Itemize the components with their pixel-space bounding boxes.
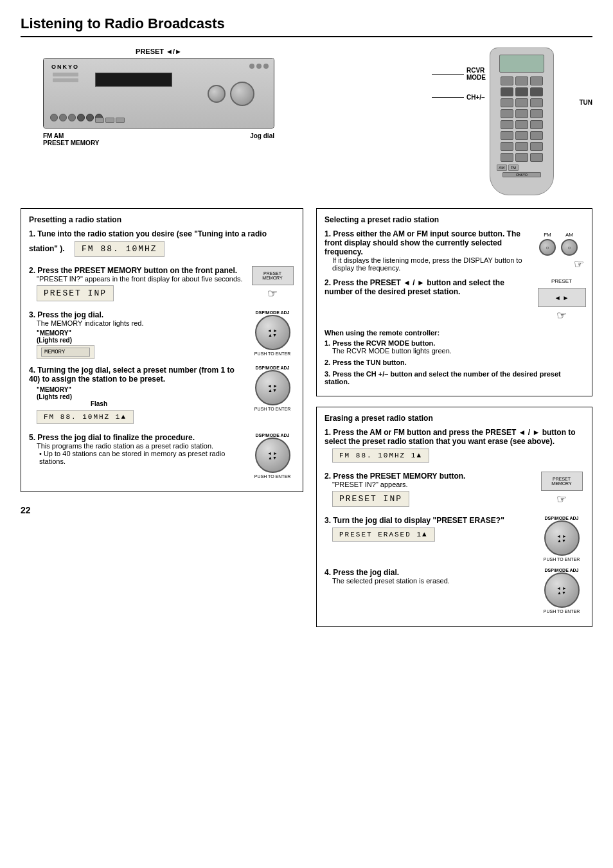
remote-step-2: 2. Press the TUN button. [324,359,584,366]
dsp-label-4: DSP/MODE ADJ [255,366,289,370]
push-label-5: PUSH TO ENTER [254,474,291,479]
step-4-memory-label1: "MEMORY" [37,386,245,393]
step-3-text: Press the jog dial. [37,310,103,319]
page-number: 22 [21,505,303,515]
page-title: Listening to Radio Broadcasts [21,15,592,37]
jog-dial-e3: ◄ ►▲▼ [544,520,580,556]
step-4-text: Turning the jog dial, select a preset nu… [29,366,235,384]
when-remote-label: When using the remote controller: [324,329,584,337]
step-4-img: DSP/MODE ADJ ◄ ►▲▼ PUSH TO ENTER [250,366,295,411]
remote-screen [499,55,544,73]
step-5-img: DSP/MODE ADJ ◄ ►▲▼ PUSH TO ENTER [250,433,295,479]
fm-am-label: FM AM [43,132,64,139]
presetting-title: Presetting a radio station [29,215,295,224]
hand-icon-sel1: ☞ [539,257,584,271]
sel-step-2: 2. Press the PRESET ◄ / ► button and sel… [324,278,584,323]
step-3-desc: The MEMORY indicator lights red. [37,319,245,327]
left-column: Presetting a radio station 1. Tune into … [21,208,303,637]
step-2-img: PRESETMEMORY ☞ [250,266,295,301]
erasing-section: Erasing a preset radio station 1. Press … [316,407,592,627]
jog-dial-4: ◄ ►▲▼ [255,370,290,405]
step-3-img: DSP/MODE ADJ ◄ ►▲▼ PUSH TO ENTER [250,310,295,356]
erase-step-3-display: PRESET ERASED 1▲ [332,527,435,542]
remote-diagram: RCVR MODE CH+/– [451,48,592,195]
receiver-image: ONKYO [43,58,274,128]
rcvr-mode-label: RCVR MODE [466,67,486,81]
erase-step-3-text: Turn the jog dial to display "PRESET ERA… [333,516,504,525]
remote-step-1: 1. Press the RCVR MODE button. The RCVR … [324,339,584,355]
step-5-text: Press the jog dial to finalize the proce… [37,433,195,442]
step-5: 5. Press the jog dial to finalize the pr… [29,433,295,479]
dsp-label-e3: DSP/MODE ADJ [544,516,578,520]
push-label-4: PUSH TO ENTER [254,407,291,411]
top-diagram-section: PRESET ◄/► ONKYO [21,48,592,195]
tun-label: TUN [579,99,592,106]
presetting-section: Presetting a radio station 1. Tune into … [21,208,303,492]
step-3-memory-label1: "MEMORY" [37,330,245,337]
erase-step-3-img: DSP/MODE ADJ ◄ ►▲▼ PUSH TO ENTER [539,516,584,562]
push-label-e4: PUSH TO ENTER [544,609,580,614]
step-1: 1. Tune into the radio station you desir… [29,229,295,260]
selecting-title: Selecting a preset radio station [324,215,584,224]
dsp-label-5: DSP/MODE ADJ [255,433,289,438]
step-1-display: FM 88. 10MHZ [75,241,164,257]
remote-body: AM FM ONKYO [490,48,554,195]
sel-step-1-img: FM ○ AM ○ ☞ [539,229,584,271]
brand-label: ONKYO [51,64,79,70]
receiver-display [95,73,172,87]
erase-step-1-display: FM 88. 10MHZ 1▲ [332,448,429,463]
selecting-section: Selecting a preset radio station 1. Pres… [316,208,592,396]
step-3: 3. Press the jog dial. The MEMORY indica… [29,310,295,359]
step-2-display: PRESET INP [37,285,114,301]
step-5-desc: This programs the radio station as a pre… [37,442,245,450]
remote-buttons [501,76,543,162]
sel-step-2-text: Press the PRESET ◄ / ► button and select… [324,278,504,296]
preset-mem-img: PRESETMEMORY [252,266,294,285]
step-2-desc: "PRESET IN?" appears in the front displa… [37,275,245,283]
step-4: 4. Turning the jog dial, select a preset… [29,366,295,427]
jog-dial-label: Jog dial [250,132,274,146]
jog-dial-knob [230,82,254,106]
erase-step-2-text: Press the PRESET MEMORY button. [333,472,465,481]
erase-step-1: 1. Press the AM or FM button and press t… [324,428,584,465]
push-label-e3: PUSH TO ENTER [544,557,580,562]
erase-step-2: 2. Press the PRESET MEMORY button. "PRES… [324,472,584,509]
preset-memory-label: PRESET MEMORY [43,139,99,146]
jog-dial-5: ◄ ►▲▼ [255,438,290,473]
step-1-num: 1. [29,229,35,238]
erase-step-3: 3. Turn the jog dial to display "PRESET … [324,516,584,562]
right-column: Selecting a preset radio station 1. Pres… [316,208,592,637]
erase-step-2-img: PRESETMEMORY ☞ [539,472,584,506]
preset-label: PRESET ◄/► [136,48,182,55]
remote-step-3: 3. Press the CH +/– button and select th… [324,370,584,385]
erase-step-2-desc: "PRESET IN?" appears. [332,481,534,488]
sel-step-1-desc: If it displays the listening mode, press… [332,256,534,272]
erasing-title: Erasing a preset radio station [324,414,584,423]
dsp-label-3: DSP/MODE ADJ [255,310,289,315]
remote-labels: RCVR MODE CH+/– [432,67,486,114]
erase-step-4-img: DSP/MODE ADJ ◄ ►▲▼ PUSH TO ENTER [539,568,584,614]
jog-dial-3: ◄ ►▲▼ [255,315,290,350]
erase-step-4-desc: The selected preset station is erased. [332,577,534,585]
push-label-3: PUSH TO ENTER [254,351,291,356]
ch-label: CH+/– [466,94,485,101]
am-button: ○ [561,239,578,256]
hand-icon-sel2: ☞ [556,308,567,323]
remote-step-3-text: Press the CH +/– button and select the n… [324,370,561,385]
fm-button: ○ [539,239,556,256]
step-3-memory-label2: (Lights red) [37,337,245,344]
preset-mem-img-2: PRESETMEMORY [541,472,583,491]
sel-step-2-img: PRESET ◄ ► ☞ [539,278,584,323]
erase-step-4: 4. Press the jog dial. The selected pres… [324,568,584,614]
step-4-flash-label: Flash [37,400,107,407]
preset-arrow-img: ◄ ► [538,288,586,307]
sel-step-1: 1. Press either the AM or FM input sourc… [324,229,584,272]
erase-step-1-text: Press the AM or FM button and press the … [324,428,576,446]
step-4-memory-label2: (Lights red) [37,393,245,400]
step-2: 2. Press the PRESET MEMORY button on the… [29,266,295,304]
erase-step-2-display: PRESET INP [332,491,409,507]
main-content: Presetting a radio station 1. Tune into … [21,208,592,637]
hand-icon-erase2: ☞ [556,492,567,506]
jog-dial-e4: ◄ ►▲▼ [544,572,580,608]
erase-step-4-text: Press the jog dial. [333,568,399,577]
